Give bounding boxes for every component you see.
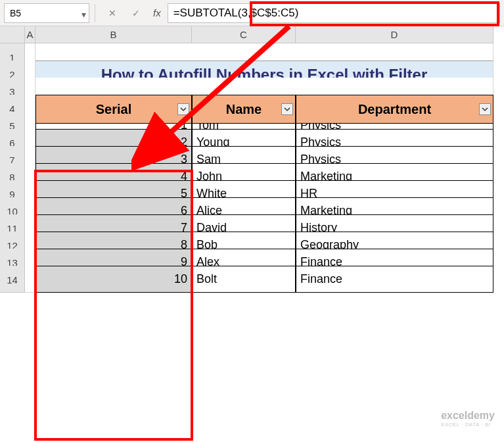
col-head-a[interactable]: A [25,26,35,43]
enter-icon[interactable]: ✓ [128,5,144,21]
chevron-down-icon [482,106,488,112]
chevron-down-icon [284,106,290,112]
watermark: exceldemy EXCEL · DATA · BI [441,410,495,428]
name-box[interactable]: B5 ▾ [4,3,89,23]
filter-name-button[interactable] [281,103,293,115]
header-serial-label: Serial [96,102,131,117]
header-department[interactable]: Department [296,95,493,124]
name-cell[interactable]: Bolt [192,266,296,293]
row-head-14[interactable]: 14 [0,266,25,293]
fx-icon[interactable]: fx [153,7,161,18]
serial-cell[interactable]: 10 [35,266,192,293]
col-head-d[interactable]: D [296,26,493,43]
chevron-down-icon [180,106,187,112]
select-all-corner[interactable] [0,26,25,43]
filter-serial-button[interactable] [177,103,189,115]
formula-bar: B5 ▾ ✕ ✓ fx =SUBTOTAL(3,$C$5:C5) [0,0,504,26]
dept-cell[interactable]: Finance [296,266,493,293]
header-dept-label: Department [358,102,431,117]
spreadsheet-grid: A B C D 1 2 How to Autofill Numbers in E… [0,26,504,283]
watermark-main: exceldemy [441,410,495,422]
formula-text: =SUBTOTAL(3,$C$5:C5) [173,7,299,20]
cancel-icon[interactable]: ✕ [104,5,120,21]
header-name-label: Name [226,102,262,117]
header-name[interactable]: Name [192,95,296,124]
name-box-dropdown-icon[interactable]: ▾ [81,9,86,20]
watermark-sub: EXCEL · DATA · BI [441,422,495,428]
cell-a14[interactable] [25,266,35,293]
filter-dept-button[interactable] [479,103,491,115]
divider [95,4,95,22]
name-box-value: B5 [10,8,21,18]
col-head-c[interactable]: C [192,26,296,43]
formula-input[interactable]: =SUBTOTAL(3,$C$5:C5) [168,3,500,23]
col-head-b[interactable]: B [35,26,192,43]
header-serial[interactable]: Serial [35,95,192,124]
